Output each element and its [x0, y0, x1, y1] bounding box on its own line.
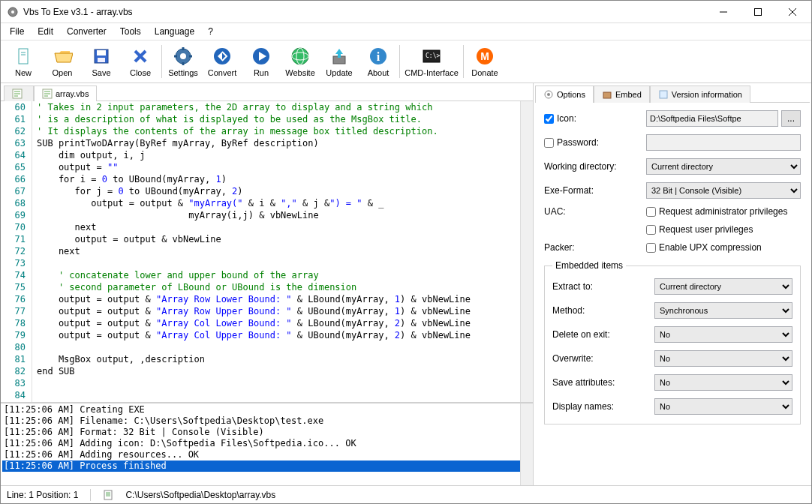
line-gutter: 60 61 62 63 64 65 66 67 68 69 70 71 72 7…: [1, 101, 32, 402]
svg-point-35: [547, 93, 550, 96]
svg-point-22: [292, 48, 308, 64]
tab-options[interactable]: Options: [535, 86, 594, 103]
delete-select[interactable]: No: [654, 326, 792, 343]
log-line[interactable]: [11:25:06 AM] Format: 32 Bit | Console (…: [2, 427, 531, 438]
svg-text:C:\>: C:\>: [426, 52, 440, 59]
uac-admin-checkbox[interactable]: [646, 207, 656, 217]
log-line[interactable]: [11:25:06 AM] Creating EXE: [2, 404, 531, 416]
toolbar-separator: [399, 45, 400, 78]
toolbar-separator: [161, 45, 162, 78]
icon-label: Icon:: [557, 113, 576, 124]
cmd-interface-button[interactable]: C:\>CMD-Interface: [401, 42, 462, 81]
log-scrollbar[interactable]: [520, 404, 533, 485]
password-input[interactable]: [646, 134, 801, 151]
display-select[interactable]: No: [654, 398, 792, 415]
saveattr-select[interactable]: No: [654, 374, 792, 391]
extract-select[interactable]: Current directory: [654, 278, 792, 295]
svg-text:M: M: [480, 50, 489, 62]
workdir-select[interactable]: Current directory: [646, 158, 801, 175]
close-window-button[interactable]: [775, 2, 810, 22]
script-icon: [42, 88, 53, 99]
method-select[interactable]: Synchronous: [654, 302, 792, 319]
editor-scrollbar[interactable]: [520, 101, 533, 402]
menu-tools[interactable]: Tools: [114, 25, 147, 38]
options-panel: Icon: ... Password: Working directory: C…: [535, 103, 810, 484]
toolbar-separator: [463, 45, 464, 78]
editor-tab[interactable]: array.vbs: [34, 86, 97, 101]
output-log[interactable]: [11:25:06 AM] Creating EXE[11:25:06 AM] …: [1, 403, 533, 485]
open-button[interactable]: Open: [43, 42, 82, 81]
log-line[interactable]: [11:25:06 AM] Adding resources... OK: [2, 449, 531, 460]
menu-[interactable]: ?: [202, 25, 219, 38]
update-icon: [329, 46, 350, 67]
password-label: Password:: [557, 137, 599, 148]
website-button[interactable]: Website: [281, 42, 320, 81]
menubar: FileEditConverterToolsLanguage?: [1, 23, 811, 40]
update-button[interactable]: Update: [320, 42, 359, 81]
exeformat-select[interactable]: 32 Bit | Console (Visible): [646, 182, 801, 199]
uac-admin-label: Request administrator privileges: [659, 206, 787, 217]
editor-tabs: array.vbs: [1, 83, 533, 101]
uac-label: UAC:: [544, 206, 642, 217]
icon-browse-button[interactable]: ...: [781, 110, 801, 127]
svg-rect-36: [603, 92, 611, 98]
run-button[interactable]: Run: [242, 42, 281, 81]
menu-converter[interactable]: Converter: [61, 25, 113, 38]
uac-user-label: Request user privileges: [659, 224, 753, 235]
svg-rect-10: [97, 50, 106, 56]
save-button[interactable]: Save: [82, 42, 121, 81]
donate-icon: M: [474, 46, 495, 67]
method-label: Method:: [552, 305, 650, 316]
about-icon: i: [368, 46, 389, 67]
website-icon: [290, 46, 311, 67]
titlebar: Vbs To Exe v3.1 - array.vbs: [1, 1, 811, 23]
svg-rect-38: [104, 490, 112, 500]
log-line[interactable]: [11:25:06 AM] Adding icon: D:\Softpedia …: [2, 438, 531, 449]
overwrite-select[interactable]: No: [654, 350, 792, 367]
menu-file[interactable]: File: [4, 25, 30, 38]
close-button[interactable]: Close: [121, 42, 160, 81]
uac-user-checkbox[interactable]: [646, 225, 656, 235]
statusbar: Line: 1 Position: 1 C:\Users\Softpedia\D…: [1, 485, 811, 503]
workdir-label: Working directory:: [544, 161, 642, 172]
tab-version-information[interactable]: Version information: [650, 86, 750, 103]
code-editor[interactable]: 60 61 62 63 64 65 66 67 68 69 70 71 72 7…: [1, 101, 533, 403]
display-label: Display names:: [552, 401, 650, 412]
exeformat-label: Exe-Format:: [544, 185, 642, 196]
code-content[interactable]: ' Takes in 2 input parameters, the 2D ar…: [32, 101, 520, 402]
embedded-legend: Embedded items: [552, 260, 626, 271]
svg-rect-11: [98, 58, 105, 62]
svg-rect-3: [755, 8, 762, 15]
script-icon: [12, 88, 23, 99]
minimize-button[interactable]: [706, 2, 741, 22]
svg-point-1: [11, 10, 14, 14]
open-icon: [52, 46, 73, 67]
upx-checkbox[interactable]: [646, 243, 656, 253]
editor-tab[interactable]: [4, 86, 34, 101]
donate-button[interactable]: MDonate: [465, 42, 504, 81]
password-checkbox[interactable]: [544, 138, 554, 148]
maximize-button[interactable]: [741, 2, 775, 22]
status-position: Line: 1 Position: 1: [7, 490, 78, 500]
about-button[interactable]: iAbout: [359, 42, 398, 81]
packer-label: Packer:: [544, 242, 642, 253]
log-line[interactable]: [11:25:06 AM] Process finished: [2, 460, 531, 472]
menu-edit[interactable]: Edit: [32, 25, 59, 38]
toolbar: NewOpenSaveCloseSettingsConvertRunWebsit…: [1, 40, 811, 83]
box-icon: [602, 89, 612, 100]
saveattr-label: Save attributes:: [552, 377, 650, 388]
new-icon: [13, 46, 34, 67]
log-line[interactable]: [11:25:06 AM] Filename: C:\Users\Softped…: [2, 416, 531, 427]
run-icon: [251, 46, 272, 67]
close-icon: [130, 46, 151, 67]
convert-button[interactable]: Convert: [203, 42, 242, 81]
svg-text:i: i: [377, 50, 380, 63]
settings-button[interactable]: Settings: [164, 42, 203, 81]
icon-path-input[interactable]: [646, 110, 778, 127]
icon-checkbox[interactable]: [544, 114, 554, 124]
left-pane: array.vbs 60 61 62 63 64 65 66 67 68 69 …: [1, 83, 534, 485]
window-title: Vbs To Exe v3.1 - array.vbs: [23, 7, 706, 17]
new-button[interactable]: New: [4, 42, 43, 81]
tab-embed[interactable]: Embed: [594, 86, 650, 103]
menu-language[interactable]: Language: [149, 25, 200, 38]
